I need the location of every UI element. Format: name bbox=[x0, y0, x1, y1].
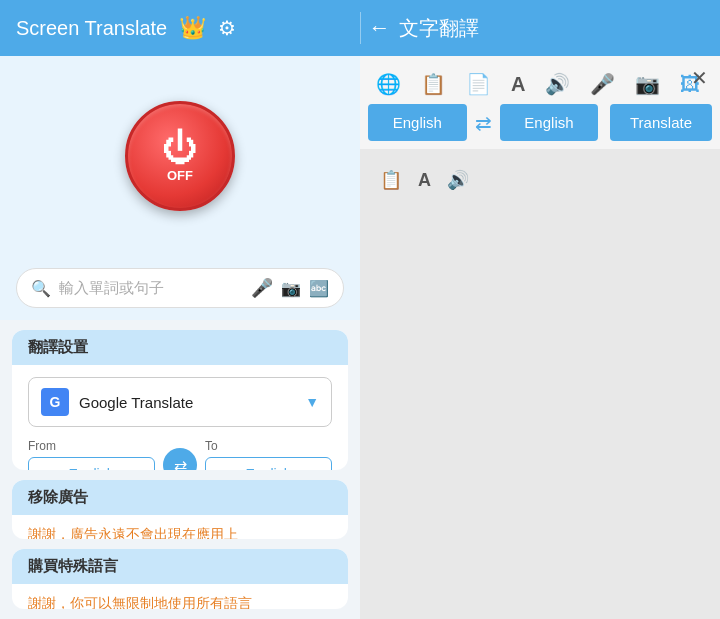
source-language-button[interactable]: English bbox=[368, 104, 467, 141]
from-language-button[interactable]: English bbox=[28, 457, 155, 470]
right-panel: ✕ 🌐 📋 📄 A 🔊 🎤 📷 🖼 English ⇄ English Tran… bbox=[360, 56, 720, 619]
special-content: 謝謝，你可以無限制地使用所有語言 bbox=[12, 584, 348, 609]
translate-button[interactable]: Translate bbox=[610, 104, 712, 141]
ads-text: 謝謝，廣告永遠不會出現在應用上 bbox=[28, 526, 238, 540]
gear-icon[interactable]: ⚙ bbox=[218, 16, 236, 40]
from-column: From English bbox=[28, 439, 155, 470]
swap-language-icon[interactable]: ⇄ bbox=[467, 111, 500, 135]
translation-output-area: 📋 A 🔊 bbox=[360, 149, 720, 619]
search-icon: 🔍 bbox=[31, 279, 51, 298]
output-toolbar: 📋 A 🔊 bbox=[372, 161, 708, 199]
translator-label: Google Translate bbox=[79, 394, 295, 411]
translator-dropdown[interactable]: G Google Translate ▼ bbox=[28, 377, 332, 427]
ads-header: 移除廣告 bbox=[12, 480, 348, 515]
app-title: Screen Translate bbox=[16, 17, 167, 40]
left-panel: ⏻ OFF 🔍 輸入單詞或句子 🎤 📷 🔤 翻譯設置 G Google Tran… bbox=[0, 56, 360, 619]
document-icon[interactable]: 📄 bbox=[466, 72, 491, 96]
google-icon: G bbox=[41, 388, 69, 416]
to-column: To English bbox=[205, 439, 332, 470]
output-text-area bbox=[372, 199, 708, 607]
back-icon[interactable]: ← bbox=[369, 15, 391, 41]
remove-ads-section: 移除廣告 謝謝，廣告永遠不會出現在應用上 bbox=[12, 480, 348, 540]
language-selector-row: English ⇄ English Translate bbox=[360, 104, 720, 149]
power-button[interactable]: ⏻ OFF bbox=[125, 101, 235, 211]
dropdown-arrow-icon: ▼ bbox=[305, 394, 319, 410]
ads-content: 謝謝，廣告永遠不會出現在應用上 bbox=[12, 515, 348, 540]
main-content: ⏻ OFF 🔍 輸入單詞或句子 🎤 📷 🔤 翻譯設置 G Google Tran… bbox=[0, 56, 720, 619]
translate-icon[interactable]: 🌐 bbox=[376, 72, 401, 96]
from-label: From bbox=[28, 439, 78, 453]
special-text: 謝謝，你可以無限制地使用所有語言 bbox=[28, 595, 252, 609]
search-bar[interactable]: 🔍 輸入單詞或句子 🎤 📷 🔤 bbox=[16, 268, 344, 308]
font-icon[interactable]: A bbox=[511, 73, 525, 96]
output-speaker-icon[interactable]: 🔊 bbox=[447, 169, 469, 191]
power-off-label: OFF bbox=[167, 168, 193, 183]
special-header: 購買特殊語言 bbox=[12, 549, 348, 584]
search-placeholder-text: 輸入單詞或句子 bbox=[59, 279, 243, 298]
search-section: 🔍 輸入單詞或句子 🎤 📷 🔤 bbox=[0, 256, 360, 320]
header: Screen Translate 👑 ⚙ ← 文字翻譯 bbox=[0, 0, 720, 56]
target-language-button[interactable]: English bbox=[500, 104, 599, 141]
crown-icon: 👑 bbox=[179, 15, 206, 41]
to-label: To bbox=[205, 439, 245, 453]
microphone-icon[interactable]: 🎤 bbox=[251, 277, 273, 299]
settings-content: G Google Translate ▼ From English ⇄ To E… bbox=[12, 365, 348, 470]
power-section: ⏻ OFF bbox=[0, 56, 360, 256]
swap-languages-button[interactable]: ⇄ bbox=[163, 448, 197, 470]
output-copy-icon[interactable]: 📋 bbox=[380, 169, 402, 191]
camera-toolbar-icon[interactable]: 📷 bbox=[635, 72, 660, 96]
special-language-section: 購買特殊語言 謝謝，你可以無限制地使用所有語言 bbox=[12, 549, 348, 609]
output-font-icon[interactable]: A bbox=[418, 170, 431, 191]
header-right: ← 文字翻譯 bbox=[369, 15, 705, 42]
to-language-button[interactable]: English bbox=[205, 457, 332, 470]
copy-icon[interactable]: 📋 bbox=[421, 72, 446, 96]
mic-icon[interactable]: 🎤 bbox=[590, 72, 615, 96]
power-icon: ⏻ bbox=[162, 130, 198, 166]
from-to-section: From English ⇄ To English bbox=[28, 439, 332, 470]
settings-header: 翻譯設置 bbox=[12, 330, 348, 365]
right-panel-title: 文字翻譯 bbox=[399, 15, 479, 42]
toolbar-icons-row: 🌐 📋 📄 A 🔊 🎤 📷 🖼 bbox=[360, 56, 720, 104]
camera-icon[interactable]: 📷 bbox=[281, 279, 301, 298]
header-left: Screen Translate 👑 ⚙ bbox=[16, 15, 352, 41]
close-button[interactable]: ✕ bbox=[691, 66, 708, 90]
speaker-icon[interactable]: 🔊 bbox=[545, 72, 570, 96]
translate-input-icon[interactable]: 🔤 bbox=[309, 279, 329, 298]
header-divider bbox=[360, 12, 361, 44]
translation-settings: 翻譯設置 G Google Translate ▼ From English ⇄ bbox=[12, 330, 348, 470]
